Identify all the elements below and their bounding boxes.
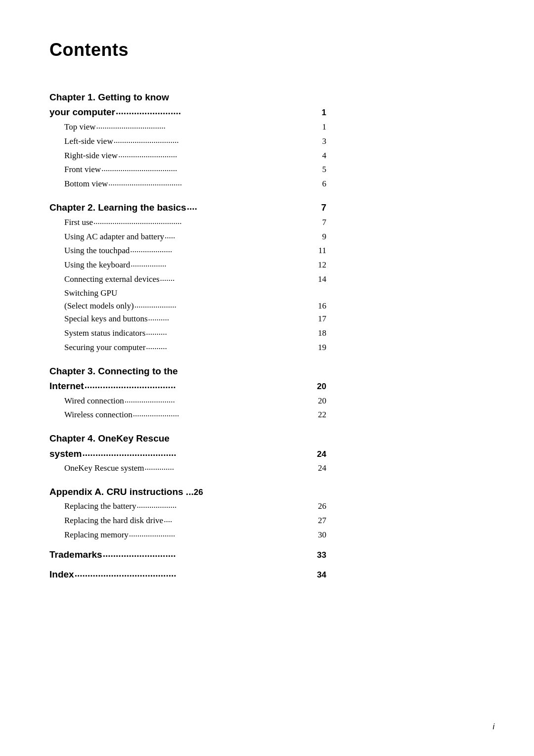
list-item: Securing your computer .......... 19 <box>64 341 326 355</box>
switching-gpu-line1: Switching GPU <box>64 287 326 300</box>
entry-label: Left-side view <box>64 134 113 149</box>
chapter1-heading-dots: ......................... <box>116 104 321 119</box>
list-item: First use ..............................… <box>64 216 326 230</box>
list-item: Bottom view ............................… <box>64 177 326 191</box>
entry-label: Connecting external devices <box>64 272 160 287</box>
list-item: Using the keyboard ................. 12 <box>64 258 326 272</box>
list-item: Right-side view ........................… <box>64 149 326 163</box>
entry-dots: .............. <box>144 460 317 475</box>
chapter2-heading: Chapter 2. Learning the basics .... 7 <box>49 200 326 215</box>
entry-dots: ............................... <box>114 133 322 148</box>
chapter3-heading-line1: Chapter 3. Connecting to the <box>49 364 326 379</box>
entry-dots: .................................... <box>101 162 321 176</box>
entry-dots: .......... <box>146 325 317 340</box>
chapter4-heading-dots: .................................... <box>83 445 317 460</box>
trademarks-entry: Trademarks ............................ … <box>49 547 326 562</box>
entry-dots: .... <box>164 513 317 527</box>
index-dots: ....................................... <box>75 566 316 581</box>
trademarks-page: 33 <box>317 548 326 562</box>
chapter1-heading: Chapter 1. Getting to know your computer… <box>49 90 326 120</box>
index-entry: Index ..................................… <box>49 567 326 582</box>
chapter4-heading-line1: Chapter 4. OneKey Rescue <box>49 431 326 446</box>
entry-dots: .................... <box>134 299 317 311</box>
entry-dots: ...................... <box>133 407 317 421</box>
entry-dots: ..... <box>165 229 321 243</box>
entry-page: 24 <box>318 461 326 476</box>
list-item: Wired connection .......................… <box>64 394 326 408</box>
chapter3-heading-page: 20 <box>317 380 326 393</box>
entry-dots: ................. <box>131 257 317 271</box>
list-item: Using the touchpad .................... … <box>64 244 326 258</box>
entry-page: 17 <box>318 312 326 326</box>
list-item: Wireless connection ....................… <box>64 408 326 422</box>
entry-label: Wired connection <box>64 394 124 408</box>
entry-dots: ........................................… <box>93 215 321 229</box>
entry-dots: ........................ <box>125 393 317 407</box>
chapter4-heading-page: 24 <box>317 447 326 461</box>
entry-dots: ................................... <box>108 176 321 190</box>
chapter3-heading-dots: ................................... <box>85 378 316 393</box>
entry-page: 7 <box>322 216 327 230</box>
entry-label: Wireless connection <box>64 408 133 422</box>
entry-dots: .......... <box>146 340 317 354</box>
entry-page: 16 <box>318 300 326 312</box>
entry-label: Replacing the battery <box>64 499 136 514</box>
entry-label: Using AC adapter and battery <box>64 230 164 244</box>
entry-dots: ...................... <box>129 527 317 541</box>
entry-page: 4 <box>322 149 327 163</box>
chapter3-heading-line2: Internet ...............................… <box>49 379 326 394</box>
entry-dots: .................... <box>130 243 317 257</box>
switching-gpu-line2: (Select models only) ...................… <box>64 300 326 312</box>
list-item: Top view ...............................… <box>64 120 326 134</box>
entry-page: 3 <box>322 134 327 149</box>
entry-dots: ....... <box>160 271 317 286</box>
chapter2-heading-page: 7 <box>321 200 326 215</box>
list-item: Using AC adapter and battery ..... 9 <box>64 230 326 244</box>
chapter3-heading: Chapter 3. Connecting to the Internet ..… <box>49 364 326 394</box>
chapter1-heading-line1: Chapter 1. Getting to know <box>49 90 326 105</box>
chapter4-heading-line2: system .................................… <box>49 446 326 461</box>
entry-label: System status indicators <box>64 326 145 341</box>
chapter1-heading-label: your computer <box>49 105 115 120</box>
entry-page: 20 <box>318 394 326 408</box>
page: Contents Chapter 1. Getting to know your… <box>0 0 534 756</box>
chapter4-heading: Chapter 4. OneKey Rescue system ........… <box>49 431 326 461</box>
entry-label: Special keys and buttons <box>64 312 148 326</box>
list-item: Front view .............................… <box>64 163 326 177</box>
entry-label: Using the touchpad <box>64 244 130 258</box>
entry-page: 11 <box>318 244 326 258</box>
table-of-contents: Chapter 1. Getting to know your computer… <box>49 90 326 582</box>
entry-page: 18 <box>318 326 326 341</box>
entry-page: 12 <box>318 258 326 272</box>
entry-page: 1 <box>322 120 327 134</box>
entry-label: Bottom view <box>64 177 108 191</box>
entry-page: 30 <box>318 528 326 542</box>
trademarks-label: Trademarks <box>49 547 102 562</box>
entry-dots: ............................ <box>118 148 321 162</box>
appendixA-heading-label: Appendix A. CRU instructions ... <box>49 485 194 499</box>
list-item: Left-side view .........................… <box>64 134 326 149</box>
trademarks-dots: ............................ <box>103 546 316 561</box>
entry-page: 22 <box>318 408 326 422</box>
chapter3-heading-label: Internet <box>49 379 84 394</box>
entry-page: 6 <box>322 177 327 191</box>
page-title: Contents <box>49 40 490 60</box>
list-item: Replacing the hard disk drive .... 27 <box>64 514 326 528</box>
entry-page: 14 <box>318 272 326 287</box>
index-label: Index <box>49 567 74 582</box>
entry-dots: ................... <box>136 498 317 513</box>
chapter1-heading-page: 1 <box>322 106 326 119</box>
entry-label: Right-side view <box>64 149 118 163</box>
appendixA-heading-page: 26 <box>194 486 203 499</box>
list-item: Connecting external devices ....... 14 <box>64 272 326 287</box>
entry-page: 5 <box>322 163 327 177</box>
entry-page: 9 <box>322 230 327 244</box>
entry-page: 27 <box>318 514 326 528</box>
page-number: i <box>492 722 494 731</box>
entry-label: First use <box>64 216 93 230</box>
list-item: Replacing memory ...................... … <box>64 528 326 542</box>
chapter2-heading-dots: .... <box>187 199 321 214</box>
index-page: 34 <box>317 568 326 581</box>
list-item: Switching GPU (Select models only) .....… <box>64 287 326 312</box>
entry-label: Using the keyboard <box>64 258 130 272</box>
